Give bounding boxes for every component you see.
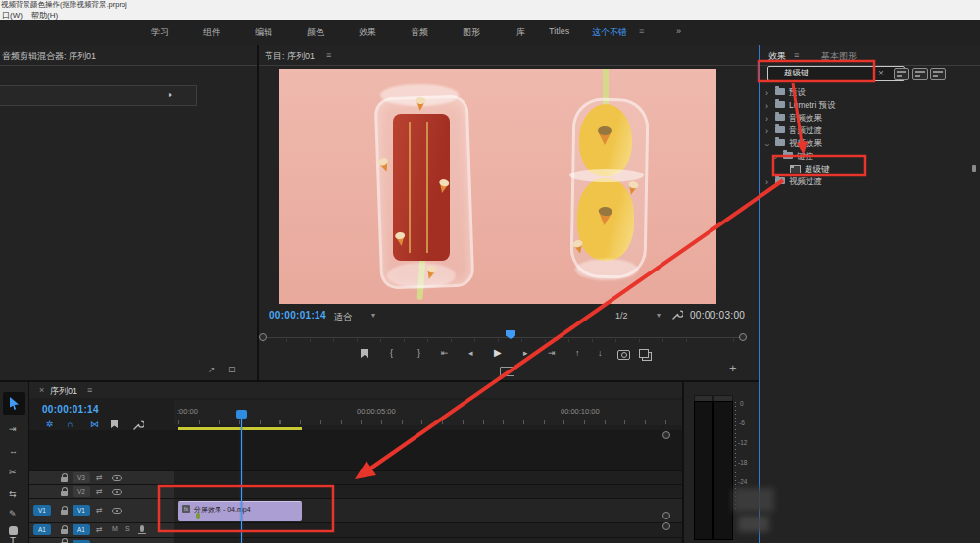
step-forward-icon[interactable]: ▸ xyxy=(523,349,528,358)
fit-dropdown-value[interactable]: 适合 xyxy=(334,311,352,323)
track-a1-button[interactable]: A1 xyxy=(73,524,90,535)
close-tab-icon[interactable]: × xyxy=(39,385,44,395)
essential-graphics-tab[interactable]: 基本图形 xyxy=(821,50,857,63)
workspace-tab-editing[interactable]: 编辑 xyxy=(255,26,272,39)
workspace-tab-custom-active[interactable]: 这个不错 xyxy=(592,26,627,39)
nest-sequence-icon[interactable]: ✲ xyxy=(46,420,54,429)
voiceover-record-mic-icon[interactable] xyxy=(140,525,144,532)
lift-icon[interactable]: ↑ xyxy=(575,349,580,358)
track-lock-icon[interactable] xyxy=(61,491,68,496)
workspace-tab-learning[interactable]: 学习 xyxy=(151,26,169,39)
ripple-edit-tool-icon[interactable]: ↔ xyxy=(9,447,18,456)
effects-panel-menu-icon[interactable]: ≡ xyxy=(794,50,799,60)
pen-tool-icon[interactable]: ✎ xyxy=(9,510,17,518)
tree-item-video-transitions[interactable]: 视频过渡 xyxy=(789,175,822,187)
scrub-right-knob[interactable] xyxy=(739,333,747,341)
export-frame-camera-icon[interactable] xyxy=(617,350,630,360)
track-lock-icon[interactable] xyxy=(61,477,68,482)
workspace-tab-effects[interactable]: 效果 xyxy=(359,26,376,39)
track-header-a1[interactable]: A1 A1 ⇄ M S xyxy=(29,523,174,537)
track-visibility-eye-icon[interactable] xyxy=(112,489,122,495)
track-select-tool-icon[interactable]: ⇥ xyxy=(9,425,17,434)
scrub-left-knob[interactable] xyxy=(259,333,267,341)
selection-tool-active-box[interactable] xyxy=(3,392,25,415)
chevron-right-icon[interactable]: › xyxy=(765,100,768,112)
track-v2-button[interactable]: V2 xyxy=(73,486,90,497)
search-clear-icon[interactable]: × xyxy=(878,68,884,78)
sync-lock-icon[interactable]: ⇄ xyxy=(96,506,103,515)
workspace-tab-audio[interactable]: 音频 xyxy=(411,26,428,39)
mark-in-icon[interactable]: { xyxy=(390,349,393,358)
sync-lock-icon[interactable]: ⇄ xyxy=(96,525,103,534)
track-lane-v1[interactable]: fx 分屏效果 - 04.mp4 xyxy=(174,499,682,522)
go-to-out-icon[interactable]: ⇥ xyxy=(548,349,556,358)
chevron-right-icon[interactable]: › xyxy=(765,176,768,188)
extract-icon[interactable]: ↓ xyxy=(598,349,603,358)
track-header-a2-partial[interactable] xyxy=(29,538,174,543)
timeline-scroll-knob[interactable] xyxy=(662,522,670,530)
hand-tool-icon[interactable] xyxy=(9,526,18,535)
32bit-color-filter-icon[interactable] xyxy=(912,68,928,80)
track-lane-a1[interactable] xyxy=(174,523,682,537)
program-panel-title[interactable]: 节目: 序列01 xyxy=(265,50,315,63)
go-to-in-icon[interactable]: ⇤ xyxy=(441,349,449,358)
add-marker-icon[interactable] xyxy=(361,349,368,358)
sync-lock-icon[interactable]: ⇄ xyxy=(96,473,103,482)
workspace-tab-assembly[interactable]: 组件 xyxy=(203,26,220,39)
chevron-right-icon[interactable]: › xyxy=(765,113,768,124)
timeline-playhead-head[interactable] xyxy=(236,410,247,419)
mark-out-icon[interactable]: } xyxy=(417,349,420,358)
track-lane-v3[interactable] xyxy=(174,471,682,484)
mixer-collapsed-row[interactable]: ▸ xyxy=(0,85,197,106)
timeline-add-marker-icon[interactable] xyxy=(111,420,118,428)
track-visibility-eye-icon[interactable] xyxy=(112,475,122,481)
track-visibility-eye-icon[interactable] xyxy=(112,508,122,514)
comparison-view-icon[interactable] xyxy=(639,349,649,358)
tree-item-lumetri-presets[interactable]: Lumetri 预设 xyxy=(789,99,836,111)
tree-item-video-effects[interactable]: 视频效果 xyxy=(789,137,822,149)
mixer-popout-icon[interactable]: ↗ xyxy=(208,366,216,374)
slip-tool-icon[interactable]: ⇆ xyxy=(9,490,17,499)
mixer-dock-icon[interactable]: ⊡ xyxy=(228,366,236,374)
track-header-v1[interactable]: V1 V1 ⇄ xyxy=(29,499,174,522)
resolution-dropdown-value[interactable]: 1/2 xyxy=(615,311,628,321)
chevron-down-icon[interactable]: › xyxy=(769,157,781,160)
track-lane-a2-partial[interactable] xyxy=(174,538,682,543)
solo-button[interactable]: S xyxy=(125,525,130,532)
workspace-tab-library[interactable]: 库 xyxy=(516,26,525,39)
track-v1-button[interactable]: V1 xyxy=(73,505,90,516)
track-v3-button[interactable]: V3 xyxy=(73,472,90,483)
program-panel-menu-icon[interactable]: ≡ xyxy=(326,50,331,60)
add-button[interactable]: + xyxy=(729,361,737,375)
chevron-down-icon[interactable]: › xyxy=(761,144,773,147)
source-patch-v1-button[interactable]: V1 xyxy=(33,505,51,516)
tree-item-keying[interactable]: 键控 xyxy=(797,150,813,162)
workspace-tab-titles[interactable]: Titles xyxy=(549,26,569,36)
timeline-panel-menu-icon[interactable]: ≡ xyxy=(87,385,92,395)
mute-button[interactable]: M xyxy=(112,525,118,532)
timeline-current-timecode[interactable]: 00:00:01:14 xyxy=(42,404,99,415)
tree-item-audio-transitions[interactable]: 音频过渡 xyxy=(789,124,822,136)
timeline-ruler[interactable]: :00:00 00:00:05:00 00:00:10:00 xyxy=(174,400,682,425)
effects-search-input[interactable] xyxy=(767,66,905,81)
program-current-timecode[interactable]: 00:00:01:14 xyxy=(270,310,326,321)
workspace-overflow-icon[interactable]: » xyxy=(676,26,681,36)
program-video-frame[interactable] xyxy=(279,69,716,304)
workspace-tab-color[interactable]: 颜色 xyxy=(307,26,324,39)
fit-dropdown-chevron-icon[interactable]: ▾ xyxy=(371,311,375,320)
track-lock-icon[interactable] xyxy=(61,529,68,534)
snap-magnet-icon[interactable]: ∩ xyxy=(67,420,74,429)
program-settings-wrench-icon[interactable] xyxy=(671,309,683,321)
timeline-playhead-line[interactable] xyxy=(241,414,242,543)
step-back-icon[interactable]: ◂ xyxy=(468,349,473,358)
timeline-tab-label[interactable]: 序列01 xyxy=(50,385,77,398)
type-tool-icon[interactable]: T xyxy=(10,537,16,543)
tree-item-ultra-key[interactable]: 超级键 xyxy=(805,163,830,174)
source-patch-a1-button[interactable]: A1 xyxy=(33,524,51,535)
razor-tool-icon[interactable]: ✂ xyxy=(9,469,17,477)
track-header-v2[interactable]: V2 ⇄ xyxy=(29,485,174,498)
chevron-right-icon[interactable]: › xyxy=(765,87,768,99)
clip-fx-badge[interactable]: fx xyxy=(182,505,190,513)
display-settings-icon[interactable] xyxy=(500,367,514,376)
accelerated-effects-filter-icon[interactable] xyxy=(894,68,909,80)
